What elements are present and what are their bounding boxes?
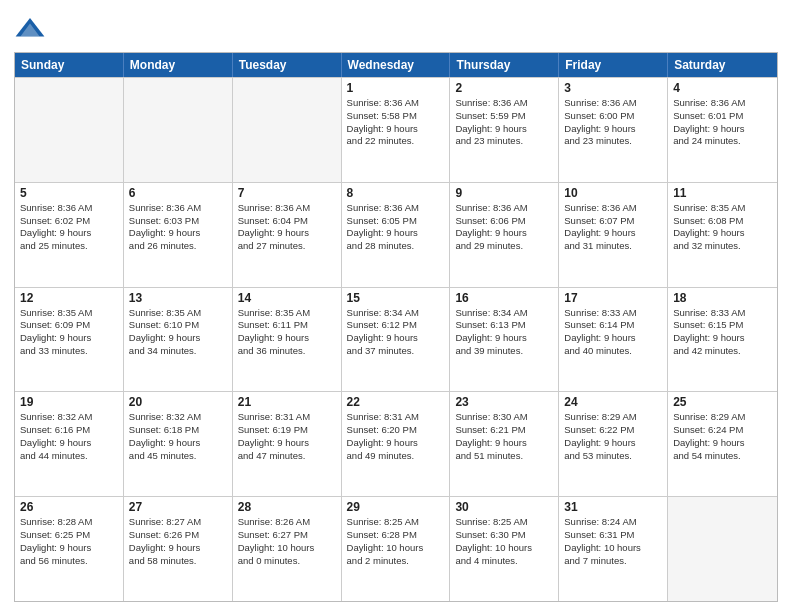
calendar-row: 5Sunrise: 8:36 AM Sunset: 6:02 PM Daylig… xyxy=(15,182,777,287)
day-info: Sunrise: 8:36 AM Sunset: 6:02 PM Dayligh… xyxy=(20,202,118,253)
calendar-cell: 19Sunrise: 8:32 AM Sunset: 6:16 PM Dayli… xyxy=(15,392,124,496)
calendar-cell: 21Sunrise: 8:31 AM Sunset: 6:19 PM Dayli… xyxy=(233,392,342,496)
day-number: 20 xyxy=(129,395,227,409)
day-number: 4 xyxy=(673,81,772,95)
calendar: SundayMondayTuesdayWednesdayThursdayFrid… xyxy=(14,52,778,602)
day-number: 7 xyxy=(238,186,336,200)
calendar-cell: 29Sunrise: 8:25 AM Sunset: 6:28 PM Dayli… xyxy=(342,497,451,601)
calendar-cell: 18Sunrise: 8:33 AM Sunset: 6:15 PM Dayli… xyxy=(668,288,777,392)
day-info: Sunrise: 8:36 AM Sunset: 5:58 PM Dayligh… xyxy=(347,97,445,148)
day-info: Sunrise: 8:30 AM Sunset: 6:21 PM Dayligh… xyxy=(455,411,553,462)
day-info: Sunrise: 8:29 AM Sunset: 6:22 PM Dayligh… xyxy=(564,411,662,462)
day-number: 26 xyxy=(20,500,118,514)
calendar-cell: 12Sunrise: 8:35 AM Sunset: 6:09 PM Dayli… xyxy=(15,288,124,392)
calendar-cell xyxy=(668,497,777,601)
calendar-body: 1Sunrise: 8:36 AM Sunset: 5:58 PM Daylig… xyxy=(15,77,777,601)
day-number: 17 xyxy=(564,291,662,305)
calendar-cell: 27Sunrise: 8:27 AM Sunset: 6:26 PM Dayli… xyxy=(124,497,233,601)
calendar-cell: 6Sunrise: 8:36 AM Sunset: 6:03 PM Daylig… xyxy=(124,183,233,287)
day-number: 10 xyxy=(564,186,662,200)
calendar-cell: 5Sunrise: 8:36 AM Sunset: 6:02 PM Daylig… xyxy=(15,183,124,287)
day-info: Sunrise: 8:34 AM Sunset: 6:12 PM Dayligh… xyxy=(347,307,445,358)
calendar-cell: 10Sunrise: 8:36 AM Sunset: 6:07 PM Dayli… xyxy=(559,183,668,287)
calendar-cell xyxy=(124,78,233,182)
day-number: 5 xyxy=(20,186,118,200)
day-info: Sunrise: 8:25 AM Sunset: 6:30 PM Dayligh… xyxy=(455,516,553,567)
weekday-header: Sunday xyxy=(15,53,124,77)
day-info: Sunrise: 8:35 AM Sunset: 6:10 PM Dayligh… xyxy=(129,307,227,358)
day-number: 27 xyxy=(129,500,227,514)
day-info: Sunrise: 8:35 AM Sunset: 6:08 PM Dayligh… xyxy=(673,202,772,253)
weekday-header: Friday xyxy=(559,53,668,77)
calendar-cell: 28Sunrise: 8:26 AM Sunset: 6:27 PM Dayli… xyxy=(233,497,342,601)
day-number: 15 xyxy=(347,291,445,305)
calendar-cell: 24Sunrise: 8:29 AM Sunset: 6:22 PM Dayli… xyxy=(559,392,668,496)
day-info: Sunrise: 8:31 AM Sunset: 6:20 PM Dayligh… xyxy=(347,411,445,462)
day-number: 12 xyxy=(20,291,118,305)
calendar-row: 26Sunrise: 8:28 AM Sunset: 6:25 PM Dayli… xyxy=(15,496,777,601)
calendar-cell: 11Sunrise: 8:35 AM Sunset: 6:08 PM Dayli… xyxy=(668,183,777,287)
day-number: 29 xyxy=(347,500,445,514)
day-number: 25 xyxy=(673,395,772,409)
day-info: Sunrise: 8:36 AM Sunset: 6:05 PM Dayligh… xyxy=(347,202,445,253)
calendar-cell: 23Sunrise: 8:30 AM Sunset: 6:21 PM Dayli… xyxy=(450,392,559,496)
calendar-cell: 16Sunrise: 8:34 AM Sunset: 6:13 PM Dayli… xyxy=(450,288,559,392)
day-info: Sunrise: 8:33 AM Sunset: 6:15 PM Dayligh… xyxy=(673,307,772,358)
day-info: Sunrise: 8:27 AM Sunset: 6:26 PM Dayligh… xyxy=(129,516,227,567)
calendar-cell xyxy=(233,78,342,182)
day-info: Sunrise: 8:28 AM Sunset: 6:25 PM Dayligh… xyxy=(20,516,118,567)
day-info: Sunrise: 8:36 AM Sunset: 6:01 PM Dayligh… xyxy=(673,97,772,148)
day-info: Sunrise: 8:32 AM Sunset: 6:18 PM Dayligh… xyxy=(129,411,227,462)
day-info: Sunrise: 8:36 AM Sunset: 6:03 PM Dayligh… xyxy=(129,202,227,253)
weekday-header: Wednesday xyxy=(342,53,451,77)
day-number: 18 xyxy=(673,291,772,305)
calendar-cell: 13Sunrise: 8:35 AM Sunset: 6:10 PM Dayli… xyxy=(124,288,233,392)
day-info: Sunrise: 8:36 AM Sunset: 5:59 PM Dayligh… xyxy=(455,97,553,148)
day-number: 3 xyxy=(564,81,662,95)
day-info: Sunrise: 8:34 AM Sunset: 6:13 PM Dayligh… xyxy=(455,307,553,358)
weekday-header: Tuesday xyxy=(233,53,342,77)
day-number: 23 xyxy=(455,395,553,409)
weekday-header: Saturday xyxy=(668,53,777,77)
day-info: Sunrise: 8:35 AM Sunset: 6:11 PM Dayligh… xyxy=(238,307,336,358)
calendar-cell: 7Sunrise: 8:36 AM Sunset: 6:04 PM Daylig… xyxy=(233,183,342,287)
page: SundayMondayTuesdayWednesdayThursdayFrid… xyxy=(0,0,792,612)
day-info: Sunrise: 8:24 AM Sunset: 6:31 PM Dayligh… xyxy=(564,516,662,567)
day-info: Sunrise: 8:31 AM Sunset: 6:19 PM Dayligh… xyxy=(238,411,336,462)
calendar-cell: 2Sunrise: 8:36 AM Sunset: 5:59 PM Daylig… xyxy=(450,78,559,182)
day-info: Sunrise: 8:36 AM Sunset: 6:07 PM Dayligh… xyxy=(564,202,662,253)
day-info: Sunrise: 8:36 AM Sunset: 6:04 PM Dayligh… xyxy=(238,202,336,253)
day-number: 8 xyxy=(347,186,445,200)
day-number: 21 xyxy=(238,395,336,409)
calendar-cell xyxy=(15,78,124,182)
weekday-header: Thursday xyxy=(450,53,559,77)
header xyxy=(14,10,778,46)
calendar-cell: 17Sunrise: 8:33 AM Sunset: 6:14 PM Dayli… xyxy=(559,288,668,392)
calendar-row: 1Sunrise: 8:36 AM Sunset: 5:58 PM Daylig… xyxy=(15,77,777,182)
day-number: 31 xyxy=(564,500,662,514)
day-info: Sunrise: 8:36 AM Sunset: 6:00 PM Dayligh… xyxy=(564,97,662,148)
calendar-cell: 30Sunrise: 8:25 AM Sunset: 6:30 PM Dayli… xyxy=(450,497,559,601)
day-info: Sunrise: 8:33 AM Sunset: 6:14 PM Dayligh… xyxy=(564,307,662,358)
day-info: Sunrise: 8:26 AM Sunset: 6:27 PM Dayligh… xyxy=(238,516,336,567)
calendar-cell: 1Sunrise: 8:36 AM Sunset: 5:58 PM Daylig… xyxy=(342,78,451,182)
calendar-row: 12Sunrise: 8:35 AM Sunset: 6:09 PM Dayli… xyxy=(15,287,777,392)
calendar-header: SundayMondayTuesdayWednesdayThursdayFrid… xyxy=(15,53,777,77)
calendar-cell: 31Sunrise: 8:24 AM Sunset: 6:31 PM Dayli… xyxy=(559,497,668,601)
calendar-cell: 14Sunrise: 8:35 AM Sunset: 6:11 PM Dayli… xyxy=(233,288,342,392)
calendar-cell: 26Sunrise: 8:28 AM Sunset: 6:25 PM Dayli… xyxy=(15,497,124,601)
day-number: 16 xyxy=(455,291,553,305)
calendar-cell: 8Sunrise: 8:36 AM Sunset: 6:05 PM Daylig… xyxy=(342,183,451,287)
day-number: 14 xyxy=(238,291,336,305)
day-number: 30 xyxy=(455,500,553,514)
day-number: 2 xyxy=(455,81,553,95)
day-number: 6 xyxy=(129,186,227,200)
calendar-cell: 22Sunrise: 8:31 AM Sunset: 6:20 PM Dayli… xyxy=(342,392,451,496)
day-info: Sunrise: 8:29 AM Sunset: 6:24 PM Dayligh… xyxy=(673,411,772,462)
logo xyxy=(14,14,50,46)
calendar-cell: 15Sunrise: 8:34 AM Sunset: 6:12 PM Dayli… xyxy=(342,288,451,392)
day-info: Sunrise: 8:25 AM Sunset: 6:28 PM Dayligh… xyxy=(347,516,445,567)
calendar-cell: 25Sunrise: 8:29 AM Sunset: 6:24 PM Dayli… xyxy=(668,392,777,496)
day-number: 11 xyxy=(673,186,772,200)
day-info: Sunrise: 8:32 AM Sunset: 6:16 PM Dayligh… xyxy=(20,411,118,462)
